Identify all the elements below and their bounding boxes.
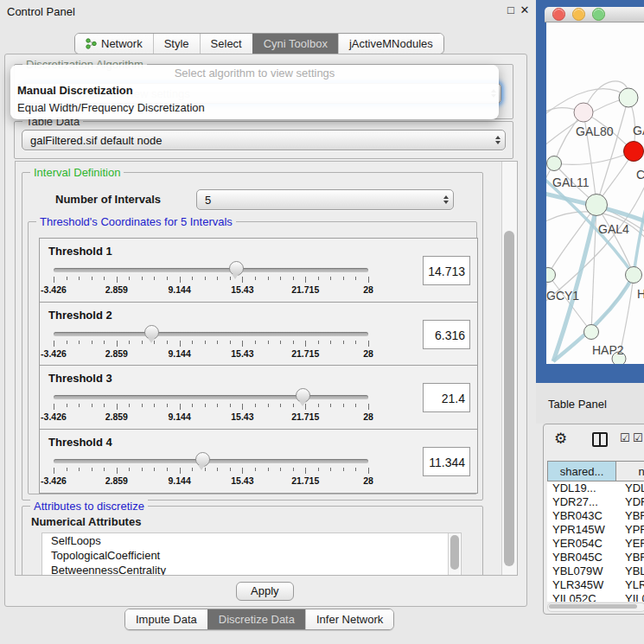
table-row[interactable]: YIL052CYIL0 [547, 592, 644, 602]
tab-style[interactable]: Style [153, 34, 200, 54]
column-header-shared-name[interactable]: shared... [547, 461, 616, 481]
slider-track[interactable] [54, 459, 368, 463]
settings-scroll-area: Interval Definition Number of Intervals … [15, 161, 518, 576]
cell-name: YER0 [618, 537, 644, 551]
select-all-icon[interactable]: ☑ [633, 431, 643, 444]
tick-mark [318, 341, 319, 344]
network-node[interactable] [584, 325, 599, 340]
threshold-label: Threshold 4 [48, 436, 112, 449]
threshold-row: Threshold 4-3.4262.8599.14415.4321.71528… [39, 429, 478, 494]
tick-mark [217, 404, 218, 407]
threshold-value-field[interactable]: 11.344 [423, 447, 470, 476]
tick-mark [280, 341, 281, 344]
tick-mark [180, 404, 181, 410]
tick-mark [293, 277, 294, 280]
select-columns-icon[interactable]: ☑ [620, 431, 630, 444]
network-node[interactable] [626, 267, 642, 284]
minimize-window-button[interactable] [572, 8, 585, 21]
slider-track[interactable] [54, 332, 368, 336]
tick-mark [255, 404, 256, 407]
tab-network[interactable]: Network [75, 34, 153, 54]
tick-label: 9.144 [168, 348, 190, 359]
network-node[interactable] [619, 88, 638, 107]
threshold-label: Threshold 1 [48, 245, 112, 258]
table-row[interactable]: YBR045CYBR0 [547, 551, 644, 564]
tick-mark [129, 341, 130, 344]
network-canvas[interactable]: GAL80GACGAL11GAL4GCY1HHAP2 [546, 22, 644, 364]
attributes-list-scrollbar[interactable] [448, 533, 460, 576]
num-intervals-label: Number of Intervals [55, 193, 161, 206]
table-row[interactable]: YBR043CYBR0 [547, 509, 644, 523]
cell-shared-name: YPR145W [547, 523, 618, 537]
cell-shared-name: YDL19... [547, 481, 618, 495]
tick-mark [368, 277, 369, 283]
close-panel-icon[interactable]: ✕ [519, 4, 531, 16]
network-node[interactable] [586, 194, 608, 216]
tab-cyni-toolbox[interactable]: Cyni Toolbox [252, 34, 338, 54]
table-row[interactable]: YER054CYER0 [547, 537, 644, 551]
threshold-value-field[interactable]: 14.713 [423, 256, 470, 285]
close-window-button[interactable] [552, 8, 565, 21]
dropdown-item[interactable]: Manual Discretization [10, 82, 499, 99]
dropdown-item[interactable]: Equal Width/Frequency Discretization [10, 99, 499, 117]
slider-track[interactable] [54, 268, 368, 272]
network-node[interactable] [624, 142, 644, 162]
table-row[interactable]: YLR345WYLR3 [547, 578, 644, 592]
attribute-list-item[interactable]: BetweennessCentrality [42, 563, 461, 576]
network-window-titlebar[interactable] [545, 7, 644, 22]
threshold-label: Threshold 2 [48, 309, 112, 322]
tick-mark [255, 468, 256, 471]
numerical-attributes-list[interactable]: SelfLoopsTopologicalCoefficientBetweenne… [41, 532, 462, 576]
tab-jactivemnodules[interactable]: jActiveMNodules [338, 34, 443, 54]
num-intervals-combobox[interactable]: 5 [196, 189, 454, 210]
threshold-value-field[interactable]: 21.4 [423, 383, 470, 412]
network-node[interactable] [574, 103, 593, 122]
cell-name: YDR2 [618, 495, 644, 509]
tick-mark [129, 277, 130, 280]
table-row[interactable]: YPR145WYPR1 [547, 523, 644, 537]
table-row[interactable]: YDL19...YDL1 [547, 481, 644, 495]
tick-label: 15.43 [231, 284, 253, 295]
network-node[interactable] [547, 156, 562, 171]
network-node[interactable] [546, 268, 556, 283]
tick-mark [217, 468, 218, 471]
tab-discretize-data[interactable]: Discretize Data [207, 609, 305, 629]
slider-track[interactable] [54, 395, 368, 399]
table-row[interactable]: YDR27...YDR2 [547, 495, 644, 509]
tick-mark [192, 404, 193, 407]
tab-infer-network[interactable]: Infer Network [305, 609, 393, 629]
tick-mark [104, 404, 105, 407]
tab-impute-data[interactable]: Impute Data [125, 609, 207, 629]
column-header-name[interactable]: n [615, 461, 644, 481]
threshold-value-field[interactable]: 6.316 [423, 320, 470, 349]
dropdown-item[interactable]: Select algorithm to view settings [10, 65, 499, 82]
slider-thumb[interactable] [229, 261, 244, 276]
tick-label: 28 [363, 348, 373, 359]
columns-icon[interactable] [592, 432, 608, 447]
tick-mark [242, 404, 243, 410]
slider-thumb[interactable] [296, 388, 310, 403]
combo-arrows-icon [439, 190, 453, 209]
tick-label: 21.715 [291, 411, 319, 422]
apply-button[interactable]: Apply [236, 582, 294, 601]
zoom-window-button[interactable] [592, 8, 605, 21]
table-panel: ⚙ ☑ ☑ shared... n YDL19...YDL1YDR27...YD… [543, 424, 644, 615]
tick-label: 9.144 [168, 411, 190, 422]
settings-scrollbar[interactable] [501, 162, 517, 575]
slider-thumb[interactable] [195, 452, 210, 467]
slider-thumb[interactable] [144, 325, 159, 340]
attribute-list-item[interactable]: SelfLoops [42, 533, 461, 548]
attribute-list-item[interactable]: TopologicalCoefficient [42, 548, 461, 563]
table-row[interactable]: YBL079WYBL0 [547, 564, 644, 578]
tick-mark [242, 277, 243, 283]
table-horizontal-scrollbar[interactable] [547, 603, 644, 612]
tab-select[interactable]: Select [200, 34, 252, 54]
table-data-combobox[interactable]: galFiltered.sif default node [22, 130, 506, 150]
float-panel-icon[interactable]: □ [505, 4, 517, 16]
tick-mark [192, 277, 193, 280]
cell-shared-name: YDR27... [547, 495, 618, 509]
gear-icon[interactable]: ⚙ [554, 430, 567, 448]
cell-name: YIL0 [618, 592, 644, 602]
group-title: Threshold's Coordinates for 5 Intervals [36, 215, 236, 228]
cell-shared-name: YIL052C [547, 592, 618, 602]
